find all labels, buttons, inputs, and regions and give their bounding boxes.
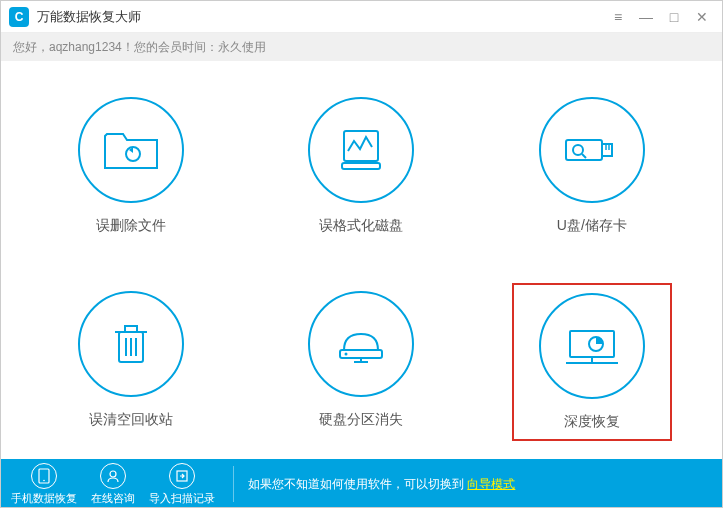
footer-tip-text: 如果您不知道如何使用软件，可以切换到	[248, 477, 467, 491]
footer-btn-label: 手机数据恢复	[11, 491, 77, 506]
footer-btn-label: 在线咨询	[91, 491, 135, 506]
wizard-mode-link[interactable]: 向导模式	[467, 477, 515, 491]
option-formatted-disk[interactable]: 误格式化磁盘	[281, 89, 441, 243]
option-label: U盘/储存卡	[557, 217, 627, 235]
app-logo: C	[9, 7, 29, 27]
footer-tip: 如果您不知道如何使用软件，可以切换到 向导模式	[248, 476, 515, 493]
close-icon[interactable]: ✕	[690, 5, 714, 29]
username-text: aqzhang1234	[49, 40, 122, 54]
titlebar: C 万能数据恢复大师 ≡ — □ ✕	[1, 1, 722, 33]
membership-text: ！您的会员时间：永久使用	[122, 39, 266, 56]
app-title: 万能数据恢复大师	[37, 8, 606, 26]
svg-rect-11	[125, 326, 137, 332]
option-usb-card[interactable]: U盘/储存卡	[512, 89, 672, 243]
footer-phone-recovery[interactable]: 手机数据恢复	[11, 463, 77, 506]
option-label: 误清空回收站	[89, 411, 173, 429]
svg-point-16	[345, 353, 348, 356]
disk-format-icon	[308, 97, 414, 203]
partition-icon	[308, 291, 414, 397]
svg-point-24	[43, 479, 45, 481]
footer-bar: 手机数据恢复 在线咨询 导入扫描记录 如果您不知道如何使用软件，可以切换到 向导…	[1, 459, 722, 508]
folder-refresh-icon	[78, 97, 184, 203]
svg-point-25	[110, 471, 116, 477]
user-info-bar: 您好， aqzhang1234 ！您的会员时间：永久使用	[1, 33, 722, 61]
svg-rect-6	[602, 144, 612, 156]
option-partition-lost[interactable]: 硬盘分区消失	[281, 283, 441, 441]
option-deleted-files[interactable]: 误删除文件	[51, 89, 211, 243]
usb-card-icon	[539, 97, 645, 203]
option-label: 误删除文件	[96, 217, 166, 235]
option-label: 深度恢复	[564, 413, 620, 431]
minimize-icon[interactable]: —	[634, 5, 658, 29]
maximize-icon[interactable]: □	[662, 5, 686, 29]
option-label: 误格式化磁盘	[319, 217, 403, 235]
footer-btn-label: 导入扫描记录	[149, 491, 215, 506]
recovery-options-grid: 误删除文件 误格式化磁盘	[51, 89, 672, 441]
option-label: 硬盘分区消失	[319, 411, 403, 429]
window-controls: ≡ — □ ✕	[606, 5, 714, 29]
svg-rect-2	[342, 163, 380, 169]
main-content: 误删除文件 误格式化磁盘	[1, 61, 722, 459]
recycle-bin-icon	[78, 291, 184, 397]
menu-icon[interactable]: ≡	[606, 5, 630, 29]
svg-point-4	[573, 145, 583, 155]
footer-import-scan[interactable]: 导入扫描记录	[149, 463, 215, 506]
svg-line-5	[582, 154, 586, 158]
footer-divider	[233, 466, 234, 502]
svg-rect-19	[570, 331, 614, 357]
user-icon	[100, 463, 126, 489]
option-deep-recovery[interactable]: 深度恢复	[512, 283, 672, 441]
greeting-text: 您好，	[13, 39, 49, 56]
phone-icon	[31, 463, 57, 489]
footer-online-consult[interactable]: 在线咨询	[91, 463, 135, 506]
import-icon	[169, 463, 195, 489]
option-recycle-bin[interactable]: 误清空回收站	[51, 283, 211, 441]
deep-scan-icon	[539, 293, 645, 399]
